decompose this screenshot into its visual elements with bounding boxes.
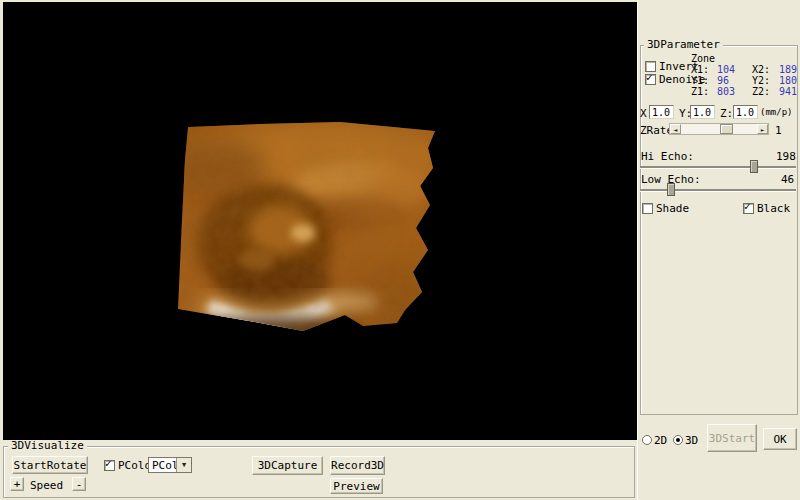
zrate-scrollbar[interactable]: ◄ ► [669,123,769,135]
shade-label: Shade [656,203,689,214]
radio-dot-icon [676,438,680,442]
zone-z2-value: 941 [779,86,797,97]
black-checkbox[interactable]: ✓ [743,203,754,214]
zone-y2-label: Y2: [752,75,770,86]
black-label: Black [757,203,790,214]
start-rotate-button[interactable]: StartRotate [12,456,88,474]
zone-x1-value: 104 [717,64,735,75]
preview-button[interactable]: Preview [330,478,383,494]
denoise-checkbox[interactable]: ✓ [645,74,656,85]
zone-x2-label: X2: [752,64,770,75]
speed-label: Speed [30,480,63,491]
checkmark-icon: ✓ [646,72,653,83]
zone-title: Zone [691,53,715,64]
app-window: { "right_panel": { "group_title": "3DPar… [0,0,800,500]
zone-z1-value: 803 [717,86,735,97]
scale-x-input[interactable] [649,105,674,119]
record3d-button[interactable]: Record3D [330,456,385,475]
3dparameter-groupbox [640,45,798,415]
parameter-panel: 3DParameter Invert ✓ Denoise Zone X1: 10… [637,0,800,500]
scale-z-input[interactable] [733,105,758,119]
low-echo-slider-track[interactable] [640,189,796,191]
radio-3d[interactable] [673,435,683,445]
3dparameter-group-title: 3DParameter [644,39,723,50]
scroll-left-icon[interactable]: ◄ [670,124,681,134]
radio-2d-label: 2D [654,435,667,446]
radio-2d[interactable] [642,435,652,445]
zone-x1-label: X1: [691,64,709,75]
hi-echo-slider-track[interactable] [640,166,796,168]
zone-y1-value: 96 [717,75,729,86]
3dcapture-button[interactable]: 3DCapture [252,456,323,475]
3dstart-button[interactable]: 3DStart [707,424,757,452]
zone-y2-value: 180 [779,75,797,86]
scale-y-input[interactable] [690,105,715,119]
scale-unit-label: (mm/p) [760,107,793,118]
zone-z2-label: Z2: [752,86,770,97]
pcolor-dropdown[interactable]: PColor ▼ [148,457,192,473]
shade-checkbox[interactable] [642,203,653,214]
hi-echo-value: 198 [776,151,796,162]
3dvisualize-group-title: 3DVisualize [8,440,87,451]
dropdown-arrow-icon[interactable]: ▼ [176,458,191,472]
speed-plus-button[interactable]: + [10,477,24,491]
hi-echo-slider-thumb[interactable] [750,160,758,173]
pcolor-checkbox[interactable]: ✓ [104,460,115,471]
zrate-value: 1 [775,125,782,136]
hi-echo-label: Hi Echo: [641,151,694,162]
zrate-scrollbar-thumb[interactable] [720,124,733,134]
checkmark-icon: ✓ [744,201,751,212]
visualize-panel: 3DVisualize StartRotate + Speed - ✓ PCol… [0,440,637,500]
ultrasound-volume-image [165,108,445,348]
zone-y1-label: Y1: [691,75,709,86]
radio-3d-label: 3D [685,435,698,446]
ok-button[interactable]: OK [763,428,797,450]
scale-z-label: Z: [720,108,733,119]
scroll-right-icon[interactable]: ► [757,124,768,134]
render-viewport[interactable] [3,2,637,440]
speed-minus-button[interactable]: - [72,477,86,491]
low-echo-slider-thumb[interactable] [667,183,675,196]
zone-z1-label: Z1: [691,86,709,97]
zone-x2-value: 189 [779,64,797,75]
checkmark-icon: ✓ [105,458,112,469]
low-echo-value: 46 [781,174,794,185]
